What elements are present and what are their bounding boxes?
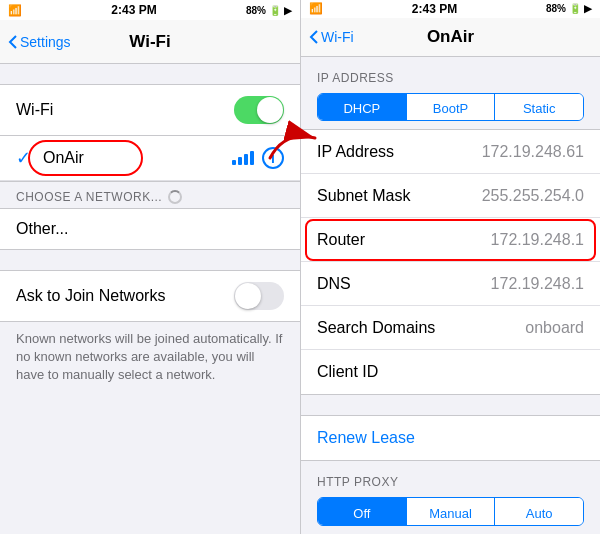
settings-back-button[interactable]: Settings bbox=[8, 34, 71, 50]
dns-label: DNS bbox=[317, 275, 351, 293]
wifi-label: Wi-Fi bbox=[16, 101, 53, 119]
subnet-mask-row: Subnet Mask 255.255.254.0 bbox=[301, 174, 600, 218]
ip-mode-segmented-control[interactable]: DHCP BootP Static bbox=[317, 93, 584, 122]
proxy-manual-button[interactable]: Manual bbox=[407, 498, 496, 526]
left-status-right: 88% 🔋 ▶ bbox=[246, 5, 292, 16]
search-domains-row: Search Domains onboard bbox=[301, 306, 600, 350]
right-nav-title: OnAir bbox=[427, 27, 474, 47]
left-panel: 📶 2:43 PM 88% 🔋 ▶ Settings Wi-Fi Wi-Fi ✓… bbox=[0, 0, 300, 534]
right-battery-icon: 🔋 bbox=[569, 3, 581, 14]
network-info-section: IP Address 172.19.248.61 Subnet Mask 255… bbox=[301, 129, 600, 395]
ip-address-header: IP ADDRESS bbox=[301, 63, 600, 89]
dns-value: 172.19.248.1 bbox=[491, 275, 584, 293]
battery-percent: 88% bbox=[246, 5, 266, 16]
other-label: Other... bbox=[16, 220, 68, 237]
wifi-back-button[interactable]: Wi-Fi bbox=[309, 29, 354, 45]
status-left: 📶 bbox=[8, 4, 22, 17]
wifi-toggle[interactable] bbox=[234, 96, 284, 124]
right-panel: 📶 2:43 PM 88% 🔋 ▶ Wi-Fi OnAir IP ADDRESS… bbox=[300, 0, 600, 534]
loading-spinner bbox=[168, 190, 182, 204]
ask-join-toggle[interactable] bbox=[234, 282, 284, 310]
left-nav-title: Wi-Fi bbox=[129, 32, 170, 52]
router-label: Router bbox=[317, 231, 365, 249]
ip-address-value: 172.19.248.61 bbox=[482, 143, 584, 161]
wifi-signal-icon bbox=[232, 151, 254, 165]
ip-address-label: IP Address bbox=[317, 143, 394, 161]
router-value: 172.19.248.1 bbox=[491, 231, 584, 249]
onair-section: ✓ OnAir i bbox=[0, 136, 300, 182]
right-status-bar: 📶 2:43 PM 88% 🔋 ▶ bbox=[301, 0, 600, 18]
dhcp-button[interactable]: DHCP bbox=[318, 94, 407, 122]
renew-lease-button[interactable]: Renew Lease bbox=[301, 416, 600, 460]
left-nav-bar: Settings Wi-Fi bbox=[0, 20, 300, 64]
http-proxy-segmented-control[interactable]: Off Manual Auto bbox=[317, 497, 584, 526]
left-time: 2:43 PM bbox=[111, 3, 156, 17]
router-row: Router 172.19.248.1 bbox=[301, 218, 600, 262]
proxy-auto-button[interactable]: Auto bbox=[495, 498, 583, 526]
right-nav-bar: Wi-Fi OnAir bbox=[301, 18, 600, 57]
bluetooth-icon: ▶ bbox=[284, 5, 292, 16]
search-domains-label: Search Domains bbox=[317, 319, 435, 337]
wifi-section: Wi-Fi bbox=[0, 84, 300, 136]
search-domains-value: onboard bbox=[525, 319, 584, 337]
static-button[interactable]: Static bbox=[495, 94, 583, 122]
other-network-row[interactable]: Other... bbox=[0, 208, 300, 250]
right-time: 2:43 PM bbox=[412, 2, 457, 16]
dns-row: DNS 172.19.248.1 bbox=[301, 262, 600, 306]
http-proxy-header: HTTP PROXY bbox=[301, 467, 600, 493]
ask-section: Ask to Join Networks Known networks will… bbox=[0, 270, 300, 397]
ask-join-description: Known networks will be joined automatica… bbox=[0, 322, 300, 397]
choose-network-header: CHOOSE A NETWORK... bbox=[0, 182, 300, 208]
wifi-row[interactable]: Wi-Fi bbox=[0, 85, 300, 135]
ask-join-label: Ask to Join Networks bbox=[16, 287, 165, 305]
subnet-mask-label: Subnet Mask bbox=[317, 187, 410, 205]
renew-lease-section[interactable]: Renew Lease bbox=[301, 415, 600, 461]
subnet-mask-value: 255.255.254.0 bbox=[482, 187, 584, 205]
choose-network-label: CHOOSE A NETWORK... bbox=[16, 190, 162, 204]
battery-icon: 🔋 bbox=[269, 5, 281, 16]
onair-label: OnAir bbox=[43, 149, 232, 167]
right-battery-percent: 88% bbox=[546, 3, 566, 14]
right-back-label: Wi-Fi bbox=[321, 29, 354, 45]
wifi-status-icon: 📶 bbox=[8, 4, 22, 17]
bootp-button[interactable]: BootP bbox=[407, 94, 496, 122]
ip-address-row: IP Address 172.19.248.61 bbox=[301, 130, 600, 174]
right-status-left: 📶 bbox=[309, 2, 323, 15]
back-label: Settings bbox=[20, 34, 71, 50]
checkmark-icon: ✓ bbox=[16, 147, 31, 169]
right-status-right: 88% 🔋 ▶ bbox=[546, 3, 592, 14]
left-status-bar: 📶 2:43 PM 88% 🔋 ▶ bbox=[0, 0, 300, 20]
client-id-label: Client ID bbox=[317, 363, 378, 381]
info-button[interactable]: i bbox=[262, 147, 284, 169]
onair-row[interactable]: ✓ OnAir i bbox=[0, 136, 300, 181]
right-bt-icon: ▶ bbox=[584, 3, 592, 14]
proxy-off-button[interactable]: Off bbox=[318, 498, 407, 526]
right-wifi-icon: 📶 bbox=[309, 2, 323, 15]
client-id-row[interactable]: Client ID bbox=[301, 350, 600, 394]
ask-join-row[interactable]: Ask to Join Networks bbox=[0, 270, 300, 322]
